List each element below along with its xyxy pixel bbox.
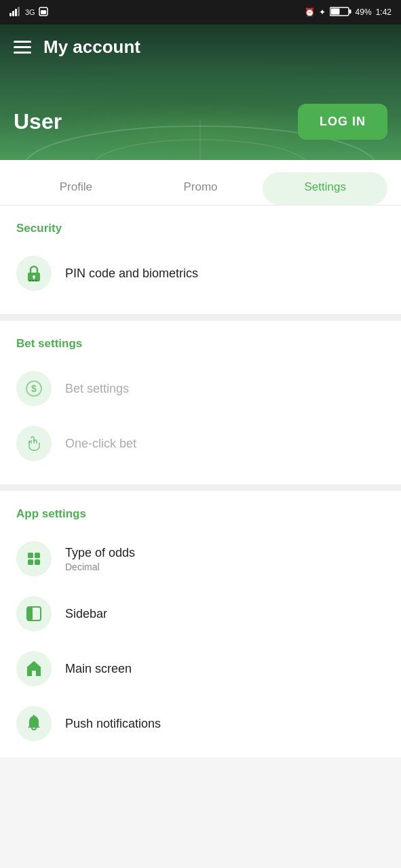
status-right: ⏰ ✦ 49% 1:42 [305,7,392,18]
type-of-odds-text: Type of odds Decimal [65,546,135,572]
lock-icon [24,264,43,283]
tabs-container: Profile Promo Settings [0,160,401,205]
menu-item-push-notifications[interactable]: Push notifications [16,696,385,751]
menu-item-pin-biometrics[interactable]: PIN code and biometrics [16,246,385,300]
type-of-odds-subtitle: Decimal [65,561,135,572]
pointer-icon [24,434,43,453]
status-left: 3G [9,7,48,18]
svg-rect-16 [33,280,35,281]
section-security-title: Security [16,222,385,235]
svg-rect-7 [349,9,351,14]
svg-rect-2 [15,9,17,16]
bet-settings-label: Bet settings [65,382,129,396]
battery-percent: 49% [356,7,372,17]
svg-rect-20 [28,553,33,558]
battery-icon [330,7,351,18]
svg-rect-15 [29,280,31,281]
menu-item-one-click-bet[interactable]: One-click bet [16,416,385,471]
svg-rect-22 [28,559,33,565]
header: My account User LOG IN [0,24,401,160]
sidebar-icon-circle [16,596,52,631]
pin-biometrics-label: PIN code and biometrics [65,267,198,281]
svg-rect-28 [32,671,36,676]
push-notifications-icon-circle [16,706,52,741]
header-user-row: User LOG IN [14,104,387,160]
user-label: User [14,109,62,134]
content-area: Security PIN code and biometrics Bet [0,205,401,757]
one-click-bet-icon-circle [16,426,52,461]
menu-item-bet-settings[interactable]: $ Bet settings [16,361,385,416]
svg-rect-17 [35,280,37,281]
login-button[interactable]: LOG IN [298,104,387,140]
one-click-bet-label: One-click bet [65,437,136,451]
sidebar-icon [24,604,43,623]
status-bar: 3G ⏰ ✦ 49% 1:42 [0,0,401,24]
bluetooth-icon: ✦ [319,7,326,17]
menu-item-main-screen[interactable]: Main screen [16,642,385,696]
pin-biometrics-icon-circle [16,256,52,291]
svg-rect-25 [27,607,33,620]
svg-rect-14 [33,277,35,279]
section-bet-settings-title: Bet settings [16,337,385,351]
type-of-odds-icon-circle [16,541,52,576]
time: 1:42 [376,7,392,17]
home-icon [24,659,43,678]
data-icon: 3G [25,8,35,16]
type-of-odds-label: Type of odds [65,546,135,560]
grid-icon [24,549,43,568]
svg-rect-29 [33,715,35,717]
main-screen-icon-circle [16,651,52,686]
svg-rect-23 [35,559,40,565]
section-app-settings-title: App settings [16,507,385,521]
main-screen-label: Main screen [65,662,132,676]
menu-item-sidebar[interactable]: Sidebar [16,587,385,642]
tab-settings[interactable]: Settings [263,172,387,205]
section-app-settings: App settings Type of odds Decimal [0,491,401,757]
bet-settings-icon-circle: $ [16,371,52,406]
svg-rect-5 [41,10,46,14]
divider-2 [0,484,401,491]
svg-rect-3 [18,7,20,16]
menu-item-type-of-odds[interactable]: Type of odds Decimal [16,532,385,587]
divider-1 [0,314,401,321]
svg-text:$: $ [31,383,37,394]
svg-rect-8 [330,8,339,14]
tab-profile[interactable]: Profile [14,172,138,205]
bell-icon [24,714,43,733]
sidebar-label: Sidebar [65,607,107,621]
dollar-circle-icon: $ [24,379,43,398]
header-top: My account [14,24,387,58]
section-security: Security PIN code and biometrics [0,205,401,307]
tab-promo[interactable]: Promo [138,172,263,205]
page-title: My account [43,37,140,58]
section-bet-settings: Bet settings $ Bet settings [0,321,401,477]
hamburger-menu-icon[interactable] [14,41,31,54]
svg-rect-0 [9,13,12,16]
sim-icon [39,7,48,18]
svg-rect-21 [35,553,40,558]
alarm-icon: ⏰ [305,7,315,17]
push-notifications-label: Push notifications [65,717,161,731]
signal-icon [9,7,22,18]
svg-rect-1 [12,11,14,16]
